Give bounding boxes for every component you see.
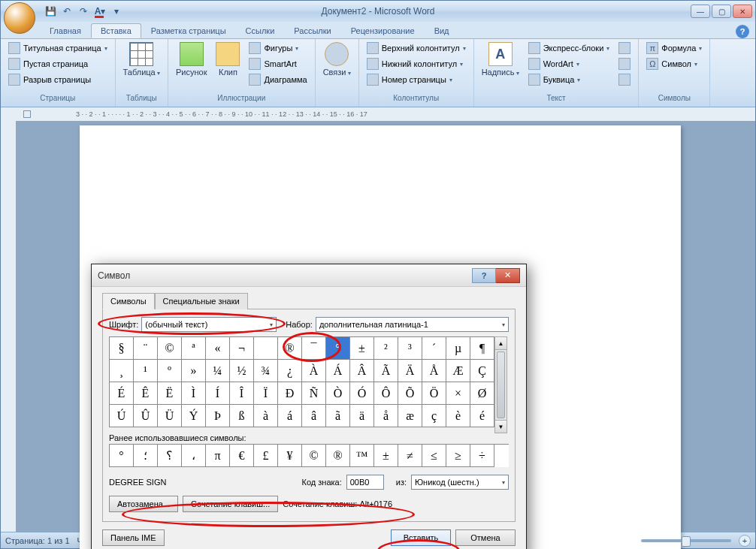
qat-customize-icon[interactable]: ▾ [109,4,124,19]
tab-home[interactable]: Главная [40,23,91,38]
char-cell[interactable]: ³ [398,337,422,360]
char-cell[interactable]: Ä [398,360,422,382]
char-cell[interactable]: Ö [422,382,446,405]
char-cell[interactable]: ß [230,405,254,427]
dropcap-button[interactable]: Буквица [525,72,613,87]
font-combo[interactable]: (обычный текст) [141,317,277,332]
char-cell[interactable]: Î [230,382,254,405]
dialog-close-button[interactable]: ✕ [496,268,520,283]
char-cell[interactable]: Ð [278,382,302,405]
char-cell[interactable]: ¾ [254,360,278,382]
signature-button[interactable] [615,41,634,56]
code-input[interactable] [346,475,384,490]
char-cell[interactable]: ä [350,405,374,427]
tab-review[interactable]: Рецензирование [341,23,425,38]
tab-view[interactable]: Вид [425,23,459,38]
page-number-button[interactable]: Номер страницы [364,72,469,87]
char-cell[interactable]: Â [350,360,374,382]
clipart-button[interactable]: Клип [213,41,243,78]
links-button[interactable]: Связи [320,41,354,80]
ime-panel-button[interactable]: Панель IME [102,529,165,546]
char-cell[interactable]: Ü [158,405,182,427]
char-cell[interactable]: Ó [350,382,374,405]
char-cell[interactable]: Ò [326,382,350,405]
char-cell[interactable]: ° [326,337,350,360]
help-icon[interactable]: ? [736,25,749,38]
shapes-button[interactable]: Фигуры [246,41,310,56]
recent-char-cell[interactable]: ¥ [278,445,302,467]
char-cell[interactable]: ® [278,337,302,360]
char-cell[interactable]: « [206,337,230,360]
char-cell[interactable]: § [110,337,134,360]
tab-page-layout[interactable]: Разметка страницы [141,23,236,38]
grid-scrollbar[interactable]: ▲▼ [494,336,507,433]
recent-char-cell[interactable]: ≥ [446,445,470,467]
char-cell[interactable]: µ [446,337,470,360]
char-cell[interactable]: ² [374,337,398,360]
char-cell[interactable]: à [254,405,278,427]
recent-char-cell[interactable]: ° [110,445,134,467]
status-page[interactable]: Страница: 1 из 1 [5,536,70,545]
dialog-tab-symbols[interactable]: Символы [102,293,155,309]
smartart-button[interactable]: SmartArt [246,56,310,71]
char-cell[interactable]: Ñ [302,382,326,405]
char-cell[interactable]: Û [134,405,158,427]
char-cell[interactable]: å [374,405,398,427]
dialog-tab-special[interactable]: Специальные знаки [155,293,248,309]
char-cell[interactable]: Ï [254,382,278,405]
quickparts-button[interactable]: Экспресс-блоки [525,41,613,56]
char-cell[interactable]: Þ [206,405,230,427]
redo-icon[interactable]: ↷ [76,4,91,19]
dialog-help-button[interactable]: ? [472,268,496,283]
cancel-button[interactable]: Отмена [455,529,516,546]
char-cell[interactable]: ¸ [110,360,134,382]
recent-char-cell[interactable]: € [230,445,254,467]
char-cell[interactable]: × [446,382,470,405]
char-cell[interactable]: Ê [134,382,158,405]
recent-char-cell[interactable]: ≤ [422,445,446,467]
char-cell[interactable]: ± [350,337,374,360]
char-cell[interactable]: è [446,405,470,427]
char-cell[interactable]: Æ [446,360,470,382]
zoom-in-button[interactable]: + [739,535,751,547]
char-cell[interactable]: Õ [398,382,422,405]
char-cell[interactable]: á [278,405,302,427]
char-cell[interactable]: É [110,382,134,405]
char-cell[interactable]: ¼ [206,360,230,382]
save-icon[interactable]: 💾 [43,4,58,19]
char-cell[interactable]: ¿ [278,360,302,382]
tab-insert[interactable]: Вставка [91,23,141,38]
recent-char-cell[interactable]: ، [182,445,206,467]
recent-char-cell[interactable]: © [302,445,326,467]
recent-char-cell[interactable]: ؛ [134,445,158,467]
recent-char-cell[interactable]: ≠ [398,445,422,467]
char-cell[interactable]: é [470,405,494,427]
font-color-icon[interactable]: A▾ [92,4,107,19]
char-cell[interactable]: ¹ [134,360,158,382]
char-cell[interactable]: ½ [230,360,254,382]
char-cell[interactable]: Á [326,360,350,382]
tab-mailings[interactable]: Рассылки [284,23,340,38]
char-cell[interactable]: Ô [374,382,398,405]
recent-char-cell[interactable]: ÷ [470,445,494,467]
char-cell[interactable]: Å [422,360,446,382]
char-cell[interactable]: ¬ [230,337,254,360]
recent-grid[interactable]: °؛؟،π€£¥©®™±≠≤≥÷ [109,444,509,467]
object-button[interactable] [615,72,634,87]
char-cell[interactable]: ª [182,337,206,360]
char-cell[interactable]: ¯ [302,337,326,360]
symbol-button[interactable]: ΩСимвол [643,56,705,71]
blank-page-button[interactable]: Пустая страница [5,56,110,71]
recent-char-cell[interactable]: ؟ [158,445,182,467]
picture-button[interactable]: Рисунок [173,41,210,78]
insert-button[interactable]: Вставить [391,529,451,546]
autocorrect-button[interactable]: Автозамена... [109,496,178,512]
char-cell[interactable]: Ã [374,360,398,382]
minimize-button[interactable]: — [691,5,710,18]
recent-char-cell[interactable]: π [206,445,230,467]
from-combo[interactable]: Юникод (шестн.) [411,475,509,490]
char-cell[interactable]: Í [206,382,230,405]
chart-button[interactable]: Диаграмма [246,72,310,87]
char-cell[interactable]: Ì [182,382,206,405]
undo-icon[interactable]: ↶ [59,4,74,19]
